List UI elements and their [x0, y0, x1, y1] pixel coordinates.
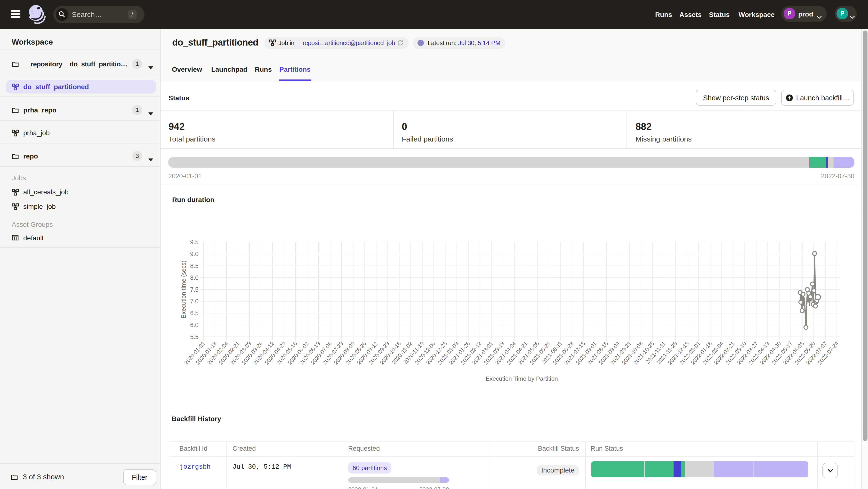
svg-text:5.5: 5.5: [190, 333, 198, 340]
svg-text:9.5: 9.5: [190, 239, 198, 246]
svg-text:Execution time (secs): Execution time (secs): [180, 260, 187, 318]
svg-text:9.0: 9.0: [190, 251, 198, 257]
svg-text:7.5: 7.5: [190, 286, 198, 293]
svg-text:6.5: 6.5: [190, 310, 198, 317]
svg-text:8.0: 8.0: [190, 274, 198, 281]
svg-text:Execution Time by Partition: Execution Time by Partition: [486, 376, 558, 382]
svg-text:8.5: 8.5: [190, 262, 198, 269]
svg-text:7.0: 7.0: [190, 298, 198, 304]
svg-text:6.0: 6.0: [190, 322, 198, 328]
